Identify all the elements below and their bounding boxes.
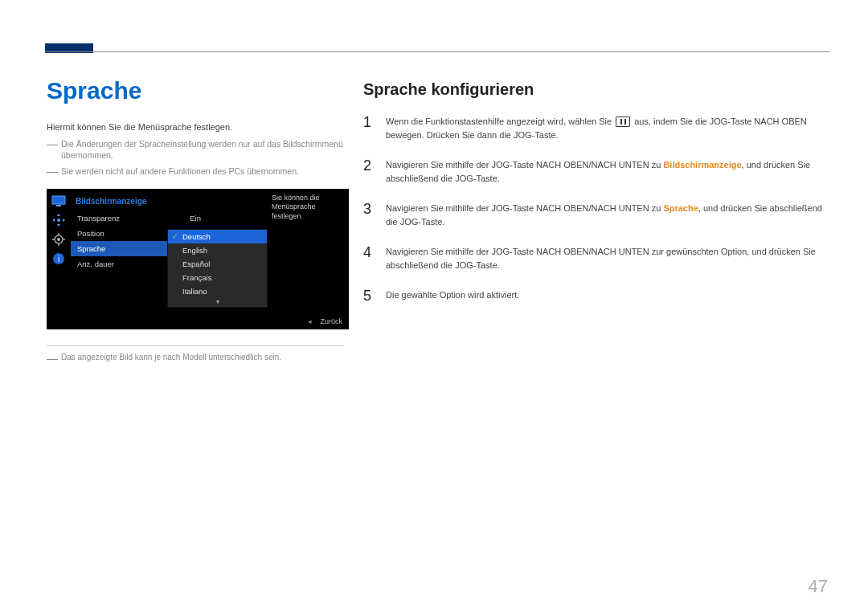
right-column: Sprache konfigurieren 1 Wenn die Funktio… — [363, 80, 829, 321]
svg-rect-0 — [52, 196, 65, 204]
header-rule — [45, 51, 829, 52]
step-number: 1 — [363, 115, 375, 131]
step-text: Navigieren Sie mithilfe der JOG-Taste NA… — [386, 202, 829, 229]
svg-point-4 — [57, 238, 60, 241]
step-text-a: Navigieren Sie mithilfe der JOG-Taste NA… — [386, 203, 663, 213]
step-text: Wenn die Funktionstastenhilfe angezeigt … — [386, 115, 829, 142]
osd-item: Transparenz Ein — [71, 210, 207, 226]
dash-icon: ― — [47, 138, 58, 161]
step: 2 Navigieren Sie mithilfe der JOG-Taste … — [363, 158, 829, 186]
step: 4 Navigieren Sie mithilfe der JOG-Taste … — [363, 245, 829, 272]
osd-submenu-item: Español — [168, 257, 267, 271]
step: 5 Die gewählte Option wird aktiviert. — [363, 288, 829, 304]
svg-rect-1 — [56, 205, 61, 206]
separator-rule — [47, 345, 344, 346]
subsection-heading: Sprache konfigurieren — [363, 80, 829, 99]
section-heading: Sprache — [47, 77, 352, 104]
note-text: Sie werden nicht auf andere Funktionen d… — [61, 166, 352, 177]
osd-submenu-item-selected: Deutsch — [168, 230, 267, 243]
menu-button-icon — [616, 116, 630, 127]
osd-submenu-item: Français — [168, 271, 267, 284]
step-number: 3 — [363, 202, 375, 218]
section-lead: Hiermit können Sie die Menüsprache festl… — [47, 122, 352, 132]
svg-point-2 — [57, 219, 60, 222]
osd-submenu-item: Italiano — [168, 284, 267, 298]
info-icon: i — [51, 253, 66, 264]
osd-description: Sie können die Menüsprache festlegen. — [272, 194, 342, 222]
step-text: Navigieren Sie mithilfe der JOG-Taste NA… — [386, 158, 829, 186]
page-number: 47 — [809, 576, 828, 597]
note-text: Die Änderungen der Spracheinstellung wer… — [61, 138, 352, 161]
note-line: ― Die Änderungen der Spracheinstellung w… — [47, 138, 352, 161]
display-icon — [51, 195, 66, 206]
osd-screenshot: i Bildschirmanzeige Transparenz Ein Posi… — [47, 189, 349, 329]
osd-item-label: Transparenz — [77, 214, 120, 223]
footnote-text: Das angezeigte Bild kann je nach Modell … — [61, 353, 281, 364]
left-column: Sprache Hiermit können Sie die Menüsprac… — [47, 77, 352, 364]
step: 3 Navigieren Sie mithilfe der JOG-Taste … — [363, 202, 829, 229]
osd-back-label: Zurück — [308, 317, 342, 325]
osd-submenu-item: English — [168, 243, 267, 257]
step-text-a: Navigieren Sie mithilfe der JOG-Taste NA… — [386, 160, 663, 170]
osd-item-label: Position — [77, 229, 104, 238]
gear-icon — [51, 234, 66, 245]
note-line: ― Sie werden nicht auf andere Funktionen… — [47, 166, 352, 177]
osd-sidebar: i — [47, 189, 71, 329]
step-text: Die gewählte Option wird aktiviert. — [386, 288, 829, 302]
arrows-icon — [51, 215, 66, 226]
osd-submenu: Deutsch English Español Français Italian… — [167, 229, 268, 308]
step-number: 2 — [363, 158, 375, 174]
osd-item-label: Anz. dauer — [77, 260, 114, 268]
dash-icon: ― — [47, 353, 58, 364]
footnote: ― Das angezeigte Bild kann je nach Model… — [47, 353, 352, 364]
scroll-down-icon: ▾ — [168, 298, 267, 307]
keyword: Bildschirmanzeige — [663, 160, 741, 170]
dash-icon: ― — [47, 166, 58, 177]
osd-item-label: Sprache — [77, 244, 105, 253]
osd-item-value: Ein — [190, 214, 201, 223]
keyword: Sprache — [663, 203, 698, 213]
step-number: 4 — [363, 245, 375, 261]
step-number: 5 — [363, 288, 375, 304]
svg-text:i: i — [58, 255, 59, 264]
step-text-pre: Wenn die Funktionstastenhilfe angezeigt … — [386, 116, 614, 126]
step-text: Navigieren Sie mithilfe der JOG-Taste NA… — [386, 245, 829, 272]
step: 1 Wenn die Funktionstastenhilfe angezeig… — [363, 115, 829, 142]
osd-heading: Bildschirmanzeige — [71, 194, 207, 210]
